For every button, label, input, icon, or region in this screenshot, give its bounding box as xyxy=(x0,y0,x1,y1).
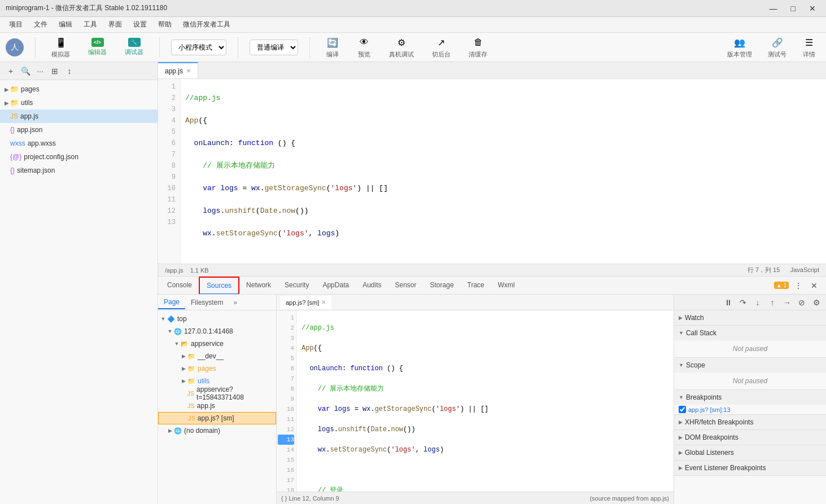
clean-btn[interactable]: 🗑 清缓存 xyxy=(464,33,492,61)
cut-btn[interactable]: ↗ 切后台 xyxy=(427,33,455,61)
tree-file-appwxss[interactable]: ▶ wxss app.wxss xyxy=(0,137,158,150)
add-file-btn[interactable]: + xyxy=(5,65,17,77)
simulator-label: 模拟器 xyxy=(51,50,70,59)
sources-code[interactable]: 12345 678910 111213 1415161718 192021222… xyxy=(277,310,674,492)
devtools-tab-wxml[interactable]: Wxml xyxy=(491,277,522,295)
simulator-btn[interactable]: 📱 模拟器 xyxy=(47,33,75,61)
sources-mapped-from: (source mapped from app.js) xyxy=(589,495,669,502)
sort-btn[interactable]: ↕ xyxy=(63,65,76,77)
devtools-tab-trace[interactable]: Trace xyxy=(461,277,491,295)
devtools-tab-appdata[interactable]: AppData xyxy=(316,277,356,295)
tree-file-projectconfig[interactable]: ▶ {@} project.config.json xyxy=(0,150,158,164)
sources-tab-page[interactable]: Page xyxy=(158,296,185,309)
sources-tab-more[interactable]: » xyxy=(229,296,242,309)
scope-header[interactable]: ▼ Scope xyxy=(674,358,826,372)
real-debug-btn[interactable]: ⚙ 真机调试 xyxy=(384,33,418,61)
menu-project[interactable]: 项目 xyxy=(5,17,27,32)
devtools-tab-sensor[interactable]: Sensor xyxy=(388,277,423,295)
menu-interface[interactable]: 界面 xyxy=(104,17,126,32)
file-tree: ▶ 📁 pages ▶ 📁 utils ▶ JS app.js ▶ {} app… xyxy=(0,80,158,504)
test-btn[interactable]: 🔗 测试号 xyxy=(763,33,791,61)
src-tree-appjs[interactable]: ▶ JS app.js xyxy=(158,400,276,412)
src-code-lines[interactable]: //app.js App({ onLaunch: function () { /… xyxy=(297,310,674,492)
filter-btn[interactable]: ⊞ xyxy=(49,65,61,77)
tree-file-appjson[interactable]: ▶ {} app.json xyxy=(0,123,158,137)
step-over-btn[interactable]: ↷ xyxy=(737,296,749,309)
menu-file[interactable]: 文件 xyxy=(29,17,52,32)
details-btn[interactable]: ☰ 详情 xyxy=(798,33,820,61)
devtools-close-btn[interactable]: ✕ xyxy=(808,279,820,292)
debugger-label: 调试器 xyxy=(125,48,143,56)
cut-icon: ↗ xyxy=(435,36,448,49)
devtools-tab-security[interactable]: Security xyxy=(278,277,316,295)
src-tree-appjs-sm[interactable]: ▶ JS app.js? [sm] xyxy=(158,412,276,424)
menu-wechat-tools[interactable]: 微信开发者工具 xyxy=(178,17,235,32)
menu-settings[interactable]: 设置 xyxy=(129,17,151,32)
editor-tab-appjs[interactable]: app.js ✕ xyxy=(158,62,198,79)
step-out-btn[interactable]: ↑ xyxy=(766,296,779,309)
src-tree-dev[interactable]: ▶ 📁 __dev__ xyxy=(158,350,276,362)
menu-tools[interactable]: 工具 xyxy=(79,17,102,32)
minimize-btn[interactable]: — xyxy=(765,3,782,14)
compile-select[interactable]: 普通编译 xyxy=(250,40,298,55)
src-tree-appservice-file[interactable]: ▶ JS appservice?t=15843371408 xyxy=(158,387,276,400)
xhr-breakpoints-header[interactable]: ▶ XHR/fetch Breakpoints xyxy=(674,415,826,430)
devtools-tab-audits[interactable]: Audits xyxy=(356,277,388,295)
step-into-btn[interactable]: ↓ xyxy=(751,296,764,309)
global-listeners-section: ▶ Global Listeners xyxy=(674,445,826,461)
avatar[interactable]: 人 xyxy=(6,38,24,56)
version-icon: 👥 xyxy=(733,36,746,49)
menu-edit[interactable]: 编辑 xyxy=(54,17,77,32)
editor-tab-close[interactable]: ✕ xyxy=(186,68,191,74)
pause-btn[interactable]: ⏸ xyxy=(722,296,735,309)
devtools-tab-network[interactable]: Network xyxy=(239,277,278,295)
search-btn[interactable]: 🔍 xyxy=(19,65,32,77)
deactivate-btn[interactable]: ⊘ xyxy=(796,296,808,309)
global-listeners-header[interactable]: ▶ Global Listeners xyxy=(674,445,826,460)
sources-sidebar-tabs: Page Filesystem » xyxy=(158,295,276,310)
mode-select[interactable]: 小程序模式 xyxy=(171,40,226,55)
breakpoint-file[interactable]: app.js? [sm]:13 xyxy=(688,406,731,413)
watch-label: Watch xyxy=(685,314,704,322)
sources-editor-tab[interactable]: app.js? [sm] ✕ xyxy=(280,296,331,309)
src-tree-pages[interactable]: ▶ 📁 pages xyxy=(158,362,276,375)
code-editor[interactable]: 12345 678910 111213 //app.js App({ onLau… xyxy=(158,79,826,264)
tree-folder-utils[interactable]: ▶ 📁 utils xyxy=(0,96,158,109)
maximize-btn[interactable]: □ xyxy=(786,3,800,14)
editor-label: 编辑器 xyxy=(88,48,107,56)
code-lines[interactable]: //app.js App({ onLaunch: function () { /… xyxy=(181,79,826,264)
src-tree-nodomain[interactable]: ▶ 🌐 (no domain) xyxy=(158,424,276,437)
src-tree-top[interactable]: ▼ 🔷 top xyxy=(158,313,276,325)
breakpoints-header[interactable]: ▼ Breakpoints xyxy=(674,390,826,405)
details-label: 详情 xyxy=(803,50,815,59)
version-btn[interactable]: 👥 版本管理 xyxy=(723,33,757,61)
editor-btn[interactable]: </> 编辑器 xyxy=(84,36,111,59)
close-btn[interactable]: ✕ xyxy=(805,3,820,14)
dom-breakpoints-header[interactable]: ▶ DOM Breakpoints xyxy=(674,430,826,445)
src-tree-appservice[interactable]: ▼ 📂 appservice xyxy=(158,338,276,350)
breakpoint-checkbox[interactable] xyxy=(679,406,686,413)
compile-btn[interactable]: 🔄 编译 xyxy=(321,33,344,61)
src-tree-server[interactable]: ▼ 🌐 127.0.0.1:41468 xyxy=(158,325,276,338)
devtools-tab-sources[interactable]: Sources xyxy=(199,277,239,295)
call-stack-header[interactable]: ▼ Call Stack xyxy=(674,326,826,340)
more-btn[interactable]: ··· xyxy=(34,65,46,77)
devtools-tab-storage[interactable]: Storage xyxy=(423,277,461,295)
debugger-btn[interactable]: 🔧 调试器 xyxy=(120,36,148,59)
tree-file-appjs[interactable]: ▶ JS app.js xyxy=(0,109,158,123)
continue-btn[interactable]: → xyxy=(781,296,793,309)
watch-header[interactable]: ▶ Watch xyxy=(674,310,826,325)
scope-status: Not paused xyxy=(674,372,826,389)
preview-btn[interactable]: 👁 预览 xyxy=(353,33,375,61)
tree-file-sitemap[interactable]: ▶ {} sitemap.json xyxy=(0,164,158,177)
sources-tab-filesystem[interactable]: Filesystem xyxy=(185,296,229,309)
editor-status: /app.js 1.1 KB 行 7，列 15 JavaScript xyxy=(158,264,826,276)
sources-editor-tab-close[interactable]: ✕ xyxy=(321,299,326,305)
settings-btn[interactable]: ⚙ xyxy=(810,296,823,309)
devtools-tab-console[interactable]: Console xyxy=(160,277,199,295)
test-label: 测试号 xyxy=(768,50,786,59)
menu-help[interactable]: 帮助 xyxy=(154,17,176,32)
devtools-more-btn[interactable]: ⋮ xyxy=(792,279,805,292)
tree-folder-pages[interactable]: ▶ 📁 pages xyxy=(0,82,158,96)
event-breakpoints-header[interactable]: ▶ Event Listener Breakpoints xyxy=(674,461,826,475)
